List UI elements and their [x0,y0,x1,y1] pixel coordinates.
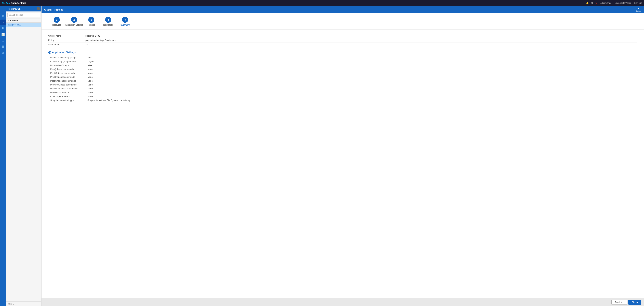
subsummary-value: None [88,68,93,70]
details-label: Details [636,10,641,12]
subsummary-label: Enable consistency group [50,56,88,59]
cluster-name-value: postgres_5432 [86,34,100,37]
finish-button[interactable]: Finish [628,300,641,305]
subsummary-value: None [88,80,93,82]
subsummary-value: None [88,72,93,74]
send-email-row: Send email No [48,42,637,47]
app-settings-info-icon: ℹ [48,51,51,54]
app-settings-row: Snapshot copy tool type Snapcenter witho… [48,98,637,102]
subsummary-value: None [88,91,93,94]
subsummary-value: None [88,83,93,86]
app-settings-row: Post Quiesce commands None [48,71,637,75]
step-circle-5: 5 [122,17,128,23]
topbar-left: NetApp SnapCenter® [2,2,26,4]
subsummary-value: None [88,76,93,78]
subsummary-label: Post UnQuiesce commands [50,87,88,90]
wizard-steps: 1 Resource 2 Application Settings 3 Poli… [42,13,644,30]
app-settings-row: Post UnQuiesce commands None [48,87,637,91]
details-button[interactable]: ℹ Details [636,7,641,12]
send-email-label: Send email [48,43,86,46]
flag-icon: ⚑ [10,19,12,22]
step-circle-1: 1 [54,17,60,23]
signout-label[interactable]: Sign Out [634,2,642,4]
app-settings-section: Enable consistency group false Consisten… [48,56,637,102]
subsummary-label: Snapshot copy tool type [50,99,88,102]
search-input[interactable] [8,13,40,17]
subsummary-label: Pre Snapshot commands [50,76,88,78]
subsummary-label: Consistency group timeout [50,60,88,63]
icon-nav: › ⊞ 🛡 🖥 📊 ⬡ ☰ ⚠ [0,6,6,306]
sidebar: PostgreSQL - ≡ ⚑ Name postgres_5432 Tota… [6,6,42,306]
subsummary-value: None [88,87,93,90]
content-main: Cluster name postgres_5432 Policy psql o… [42,30,644,298]
list-icon: ≡ [8,19,9,22]
app-settings-row: Custom parameters None [48,94,637,98]
step-circle-2: 2 [71,17,77,23]
app-settings-row: Pre Quiesce commands None [48,67,637,71]
nav-alert[interactable]: ⚠ [0,50,6,55]
mail-icon[interactable]: ✉ [591,2,593,4]
nav-shield[interactable]: 🛡 [0,19,6,25]
wizard-step-2: 2 Application Settings [65,17,83,26]
topbar-right: 🔔 ✉ ❓ administrator SnapCenterAdmin Sign… [586,2,642,4]
subsummary-label: Custom parameters [50,95,88,98]
app-settings-row: Pre Exit commands None [48,91,637,94]
subsummary-label: Pre UnQuiesce commands [50,83,88,86]
main-layout: › ⊞ 🛡 🖥 📊 ⬡ ☰ ⚠ PostgreSQL - ≡ ⚑ Name po… [0,6,644,306]
policy-value: psql online backup: On demand [86,39,116,41]
info-icon: ℹ [638,7,639,10]
topbar: NetApp SnapCenter® 🔔 ✉ ❓ administrator S… [0,0,644,6]
sidebar-header: PostgreSQL - [6,6,41,11]
previous-button[interactable]: Previous [612,300,627,305]
nav-reports[interactable]: 📊 [0,32,6,37]
sidebar-search-container [6,11,41,19]
sidebar-footer: Total 1 [6,302,41,306]
wizard-step-3: 3 Policies [83,17,100,26]
page-title: Cluster - Protect [44,8,63,11]
app-name: SnapCenter® [11,2,26,4]
step-circle-3: 3 [88,17,94,23]
app-settings-row: Pre UnQuiesce commands None [48,83,637,87]
app-settings-row: Pre Snapshot commands None [48,75,637,79]
subsummary-value: None [88,95,93,98]
nav-topology[interactable]: ⬡ [0,38,6,43]
nav-expand[interactable]: › [0,7,6,13]
nav-hosts[interactable]: 🖥 [0,26,6,31]
cluster-name-label: Cluster name [48,34,86,37]
app-settings-header[interactable]: ℹ Application Settings [48,51,637,54]
subsummary-value: Snapcenter without File System consisten… [88,99,130,102]
name-col-label: Name [12,19,18,22]
brand: NetApp SnapCenter® [2,2,26,4]
subsummary-label: Pre Quiesce commands [50,68,88,70]
nav-list[interactable]: ☰ [0,44,6,49]
list-item[interactable]: postgres_5432 [6,23,41,27]
user-label: administrator [600,2,612,4]
subsummary-value: Urgent [88,60,94,63]
step-label-5: Summary [120,24,130,26]
app-settings-row: Enable consistency group false [48,56,637,59]
bottom-bar: Previous Finish [42,298,644,306]
admin-label: SnapCenterAdmin [615,2,631,4]
app-settings-row: Post Snapshot commands None [48,79,637,83]
bell-icon[interactable]: 🔔 [586,2,589,4]
sidebar-db-label: PostgreSQL [8,7,20,10]
subsummary-label: Pre Exit commands [50,91,88,94]
subsummary-label: Post Quiesce commands [50,72,88,74]
cluster-name-row: Cluster name postgres_5432 [48,34,637,38]
send-email-value: No [86,43,88,46]
sidebar-list: postgres_5432 [6,23,41,302]
subsummary-label: Post Snapshot commands [50,80,88,82]
app-settings-row: Consistency group timeout Urgent [48,59,637,63]
nav-dashboard[interactable]: ⊞ [0,13,6,19]
step-label-2: Application Settings [65,24,83,26]
policy-row: Policy psql online backup: On demand [48,38,637,42]
step-label-4: Notification [103,24,113,26]
question-icon[interactable]: ❓ [595,2,598,4]
step-label-3: Policies [88,24,95,26]
sidebar-collapse-btn[interactable]: - [37,7,40,10]
step-circle-4: 4 [105,17,111,23]
wizard-step-5: 5 Summary [117,17,134,26]
netapp-logo: NetApp [2,2,10,4]
app-settings-label: Application Settings [52,51,76,54]
subsummary-value: false [88,56,92,59]
